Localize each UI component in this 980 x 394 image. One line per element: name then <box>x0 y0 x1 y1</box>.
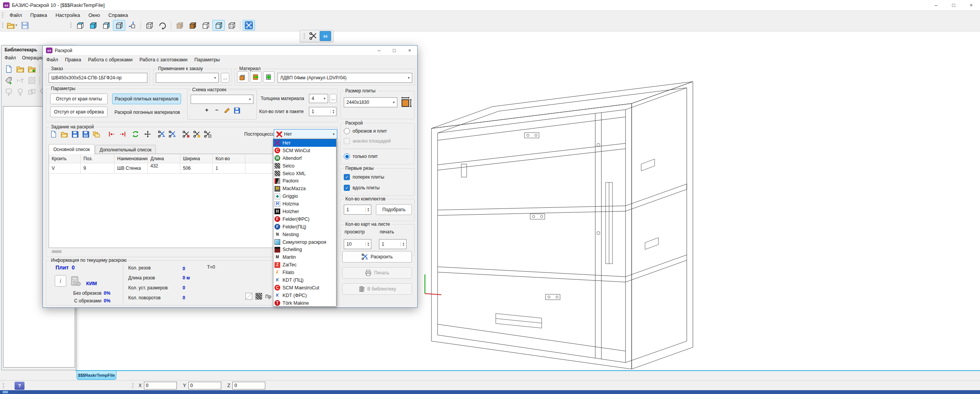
postprocessor-option[interactable]: ◆Griggio <box>273 192 336 200</box>
texture-mode-1-button[interactable] <box>173 20 186 31</box>
spin-down-icon[interactable]: ▼ <box>401 244 406 246</box>
cut-params-button[interactable] <box>192 129 202 139</box>
linear-materials-label[interactable]: Раскрой погонных материалов <box>114 110 180 115</box>
cut-settings-button[interactable] <box>181 129 191 139</box>
postprocessor-option[interactable]: FFelder(ФРС) <box>273 215 336 223</box>
menu-edit[interactable]: Правка <box>26 11 51 19</box>
task-new-button[interactable] <box>49 129 59 139</box>
material-apply-button[interactable] <box>250 71 261 83</box>
postprocessor-option[interactable]: Симулятор раскроя <box>273 238 336 246</box>
postprocessor-option[interactable]: FFilato <box>273 269 336 276</box>
menu-file[interactable]: Файл <box>5 11 26 19</box>
new-document-button[interactable] <box>3 64 14 74</box>
scheme-combobox[interactable]: ▾ <box>191 95 253 104</box>
col-qty[interactable]: Кол-во <box>213 154 245 163</box>
insert-rect-button[interactable] <box>3 87 14 97</box>
col-length[interactable]: Длина <box>148 154 180 163</box>
white-mode-button[interactable] <box>199 20 212 31</box>
open-library-button[interactable] <box>15 64 26 74</box>
postprocessor-option[interactable]: ZZaiTec <box>273 261 336 269</box>
postprocessor-option[interactable]: Schelling <box>273 246 336 253</box>
view-wire-top-button[interactable] <box>74 20 86 31</box>
dialog-menu-parameters[interactable]: Параметры <box>191 56 224 64</box>
close-button[interactable]: × <box>962 0 980 11</box>
note-combobox[interactable]: ▾ <box>156 73 219 83</box>
dialog-menu-file[interactable]: Файл <box>43 56 62 64</box>
to-library-button[interactable]: В библиотеку <box>342 283 412 295</box>
postprocessor-option[interactable]: WAltendorf <box>273 154 336 162</box>
edge-plate-offset-button[interactable]: Отступ от края плиты <box>50 94 108 104</box>
scissors-tool-button[interactable] <box>307 31 319 41</box>
cut-calc-button[interactable] <box>203 129 212 139</box>
rename-button[interactable] <box>15 76 26 85</box>
task-save-button[interactable] <box>70 129 80 139</box>
postprocessor-option[interactable]: NNesting <box>273 231 336 238</box>
maximize-button[interactable]: □ <box>945 0 962 11</box>
document-tab[interactable]: $$$RaskrTempFile <box>77 371 116 380</box>
move-to-additional-button[interactable] <box>118 129 127 139</box>
fit-sets-button[interactable]: Подобрать <box>376 204 412 215</box>
col-width[interactable]: Ширина <box>180 154 213 163</box>
info-button[interactable]: i <box>55 275 66 287</box>
cut-button[interactable]: Раскроить <box>342 251 412 263</box>
view-fit-object-button[interactable] <box>126 20 138 31</box>
spin-down-icon[interactable]: ▼ <box>366 210 371 212</box>
pack-spinner[interactable]: 1▲▼ <box>309 107 336 116</box>
note-more-button[interactable]: ... <box>221 73 229 83</box>
spin-down-icon[interactable]: ▼ <box>331 112 336 114</box>
gradient-mode-button[interactable] <box>212 20 225 31</box>
horizontal-scrollbar[interactable] <box>52 250 62 253</box>
sets-spinner[interactable]: 1▲▼ <box>344 205 371 215</box>
edge-offcut-offset-button[interactable]: Отступ от края обрезка <box>50 107 108 117</box>
col-cut[interactable]: Кроить <box>49 154 81 163</box>
order-input[interactable]: ШВ450x300x524-СП8-1БГФ24-пр <box>49 73 147 83</box>
dialog-menu-blanks[interactable]: Работа с заготовками <box>136 56 191 64</box>
tab-additional-list[interactable]: Дополнительный список <box>95 145 156 154</box>
minimize-button[interactable]: – <box>927 0 945 11</box>
col-pos[interactable]: Поз. <box>81 154 114 163</box>
material-combobox[interactable]: ЛДВП 04мм (Артикул LDVP/04)▾ <box>278 73 412 83</box>
librarian-menu-file[interactable]: Файл <box>2 54 19 62</box>
add-library-button[interactable] <box>26 64 37 74</box>
preview-spinner[interactable]: 10▲▼ <box>344 239 371 249</box>
save-button[interactable] <box>19 20 31 31</box>
postprocessor-option[interactable]: Paoloni <box>273 177 336 185</box>
open-button[interactable]: ▾ <box>6 20 18 31</box>
plate-size-combobox[interactable]: 2440x1830▾ <box>344 97 397 107</box>
rotate-view-button[interactable] <box>156 20 168 31</box>
scheme-remove-button[interactable]: − <box>215 107 218 113</box>
view-wireframe-button[interactable] <box>143 20 155 31</box>
postprocessor-option[interactable]: CSCM MaestroCut <box>273 284 336 292</box>
col-name[interactable]: Наименование <box>114 154 148 163</box>
bazis-mode-button[interactable]: ss <box>320 31 331 41</box>
dialog-close-button[interactable]: × <box>402 46 417 56</box>
thickness-more-button[interactable]: ... <box>330 94 336 103</box>
radio-plates-only[interactable]: только плит <box>344 153 378 159</box>
x-input[interactable] <box>144 382 177 389</box>
move-items-button[interactable] <box>143 129 153 139</box>
material-replace-button[interactable] <box>237 71 248 83</box>
postprocessor-option[interactable]: MMacMazza <box>273 185 336 192</box>
postprocessor-option[interactable]: Нет <box>273 139 336 147</box>
postprocessor-option[interactable]: Selco XML <box>273 170 336 177</box>
view-solid-button[interactable] <box>87 20 99 31</box>
postprocessor-option[interactable]: TTörk Makine <box>273 299 336 307</box>
y-input[interactable] <box>188 382 221 389</box>
spin-down-icon[interactable]: ▼ <box>366 244 371 246</box>
texture-mode-2-button[interactable] <box>186 20 199 31</box>
dialog-minimize-button[interactable]: – <box>371 46 387 56</box>
print-spinner[interactable]: 1▲▼ <box>379 239 407 249</box>
insert-group-button[interactable] <box>26 87 37 97</box>
help-button[interactable]: ? <box>15 382 24 390</box>
cut-all-button[interactable] <box>167 129 177 139</box>
view-shaded-button[interactable] <box>113 20 125 31</box>
checkbox-area-analysis[interactable]: анализ площадей <box>344 138 391 144</box>
postprocessor-combobox[interactable]: Нет ▾ <box>274 129 337 139</box>
thickness-combobox[interactable]: 4▾ <box>309 94 328 103</box>
dialog-menu-offcuts[interactable]: Работа с обрезками <box>85 56 136 64</box>
postprocessor-option[interactable]: HHolzher <box>273 208 336 215</box>
hatch-button[interactable] <box>26 76 37 85</box>
postprocessor-option[interactable]: KKDT (ФРС) <box>273 292 336 299</box>
windows-taskbar[interactable] <box>0 390 980 394</box>
z-input[interactable] <box>232 382 265 389</box>
